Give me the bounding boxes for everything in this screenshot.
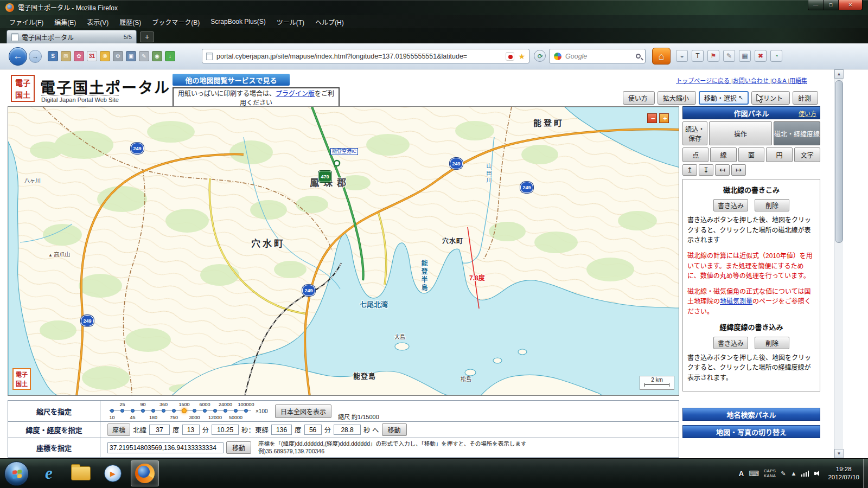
slider-tick[interactable]: 750 — [169, 401, 179, 421]
network-icon[interactable] — [801, 471, 809, 477]
media-player-button[interactable]: ▶ — [99, 460, 127, 486]
extension-icon[interactable]: ↓ — [165, 51, 175, 61]
panel-draw-button[interactable]: 円 — [766, 147, 792, 162]
taskbar-clock[interactable]: 19:28 2012/07/10 — [828, 465, 859, 481]
search-input[interactable]: Google — [565, 53, 632, 60]
topographic-map-canvas[interactable] — [8, 107, 679, 396]
lon-sec-field[interactable] — [334, 425, 361, 435]
panel-draw-button[interactable]: 文字 — [794, 147, 820, 162]
caps-indicator[interactable]: CAPS — [764, 468, 776, 473]
scrollbar-thumb[interactable] — [835, 80, 843, 243]
panel-draw-button[interactable]: 線 — [710, 147, 736, 162]
window-control-button[interactable]: □ — [824, 0, 838, 10]
bookmark-star-icon[interactable]: ★ — [518, 53, 525, 60]
window-control-button[interactable]: — — [808, 0, 824, 10]
extension-icon[interactable]: ⑩ — [100, 51, 110, 61]
show-desktop-button[interactable] — [863, 459, 868, 488]
forward-button[interactable]: → — [29, 50, 42, 63]
header-link[interactable]: Q＆A — [772, 76, 789, 85]
write-button[interactable]: 書き込み — [713, 199, 748, 211]
header-link[interactable]: 用語集 — [789, 76, 807, 85]
tick-dot[interactable] — [110, 409, 114, 413]
explorer-button[interactable] — [67, 460, 95, 486]
tick-dot[interactable] — [131, 409, 135, 413]
extension-icon[interactable]: ◉ — [152, 51, 162, 61]
japan-flag-icon[interactable] — [506, 52, 514, 61]
firefox-taskbar-button[interactable] — [131, 460, 159, 486]
toolbar-icon[interactable]: ◒ — [676, 50, 688, 62]
slider-tick[interactable]: 100000 — [241, 401, 251, 421]
extension-icon[interactable]: ✎ — [139, 51, 149, 61]
zoom-in-button[interactable]: + — [659, 113, 669, 123]
toolbar-icon[interactable]: ✖ — [755, 50, 767, 62]
map-tool-button[interactable]: 移動・選択↖ — [699, 91, 749, 105]
tick-dot[interactable] — [120, 409, 124, 413]
extension-icon[interactable]: 31 — [87, 51, 97, 61]
ime-pen-icon[interactable]: ✎ — [781, 470, 786, 477]
delete-button[interactable]: 削除 — [755, 199, 789, 211]
geomagnetic-survey-link[interactable]: 地磁気測量 — [720, 298, 752, 305]
graticule-delete-button[interactable]: 削除 — [755, 337, 789, 349]
coordinate-move-button[interactable]: 移動 — [226, 441, 251, 454]
search-bar[interactable]: Google — [549, 49, 646, 63]
menu-item[interactable]: ブックマーク(B) — [147, 16, 205, 28]
tick-dot[interactable] — [193, 409, 196, 413]
menu-item[interactable]: ツール(T) — [272, 16, 309, 28]
extension-icon[interactable]: ▣ — [126, 51, 136, 61]
lon-deg-field[interactable] — [271, 425, 292, 435]
header-link[interactable]: お問い合わせ — [733, 76, 772, 85]
extension-icon[interactable]: S — [48, 51, 58, 61]
url-text[interactable]: portal.cyberjapan.jp/site/mapuse/index.h… — [216, 53, 502, 60]
scroll-up-arrow[interactable]: ▲ — [834, 69, 844, 79]
side-panel-bar[interactable]: 地図・写真の切り替え — [682, 425, 820, 438]
slider-tick[interactable]: 180 — [148, 401, 158, 421]
panel-draw-button[interactable]: 面 — [738, 147, 764, 162]
toolbar-icon[interactable]: ⚑ — [707, 50, 719, 62]
menu-item[interactable]: ScrapBook Plus(S) — [206, 16, 270, 27]
slider-tick[interactable]: 1500 — [179, 401, 189, 421]
slider-tick[interactable]: 3000 — [189, 401, 200, 421]
home-button[interactable]: ⌂ — [652, 48, 671, 65]
slider-tick[interactable]: 360 — [158, 401, 169, 421]
menu-item[interactable]: 表示(V) — [82, 16, 113, 28]
extension-icon[interactable]: ✉ — [61, 51, 71, 61]
plugin-link[interactable]: プラグイン版 — [276, 90, 315, 98]
extension-icon[interactable]: ⚙ — [113, 51, 123, 61]
tick-dot[interactable] — [203, 409, 207, 413]
menu-item[interactable]: 編集(E) — [49, 16, 81, 28]
toolbar-icon[interactable]: ✎ — [723, 50, 735, 62]
slider-tick[interactable]: 45 — [127, 401, 138, 421]
hidden-icons-arrow[interactable]: ▲ — [791, 470, 797, 477]
panel-mode-button[interactable]: 読込・保存 — [682, 121, 707, 145]
show-japan-button[interactable]: 日本全図を表示 — [275, 404, 331, 418]
slider-tick[interactable]: 10 — [107, 401, 117, 421]
lat-min-field[interactable] — [182, 425, 200, 435]
extension-icon[interactable]: ✿ — [74, 51, 84, 61]
tick-dot[interactable] — [182, 408, 187, 413]
tick-dot[interactable] — [213, 409, 217, 413]
map-tool-button[interactable]: プリント — [751, 91, 790, 105]
toolbar-icon[interactable]: T — [692, 50, 704, 62]
toolbar-icon[interactable]: ▦ — [739, 50, 751, 62]
site-logo[interactable]: 電子 国土 — [11, 75, 35, 102]
new-tab-button[interactable]: + — [140, 31, 154, 42]
lat-deg-field[interactable] — [149, 425, 170, 435]
arrange-arrow-button[interactable]: ↤ — [715, 164, 730, 176]
reload-button[interactable]: ⟳ — [534, 50, 546, 62]
panel-help-link[interactable]: 使い方 — [799, 109, 816, 118]
side-panel-bar[interactable]: 地名検索パネル — [682, 408, 820, 421]
scroll-down-arrow[interactable]: ▼ — [834, 449, 844, 458]
window-control-button[interactable]: ✕ — [838, 0, 863, 10]
header-link[interactable]: トップページに戻る — [676, 76, 733, 85]
internet-explorer-button[interactable]: e — [35, 460, 63, 486]
lat-sec-field[interactable] — [212, 425, 239, 435]
browser-tab[interactable]: 電子国土ポータル 5/5 — [7, 30, 137, 43]
slider-tick[interactable]: 90 — [138, 401, 148, 421]
menu-item[interactable]: 履歴(S) — [114, 16, 146, 28]
arrange-arrow-button[interactable]: ↦ — [731, 164, 746, 176]
start-button[interactable] — [4, 461, 29, 486]
window-titlebar[interactable]: 電子国土ポータル - Mozilla Firefox —□✕ — [0, 0, 868, 15]
back-button[interactable]: ← — [9, 47, 27, 66]
latlon-move-button[interactable]: 移動 — [382, 423, 407, 436]
arrange-arrow-button[interactable]: ↥ — [682, 164, 697, 176]
